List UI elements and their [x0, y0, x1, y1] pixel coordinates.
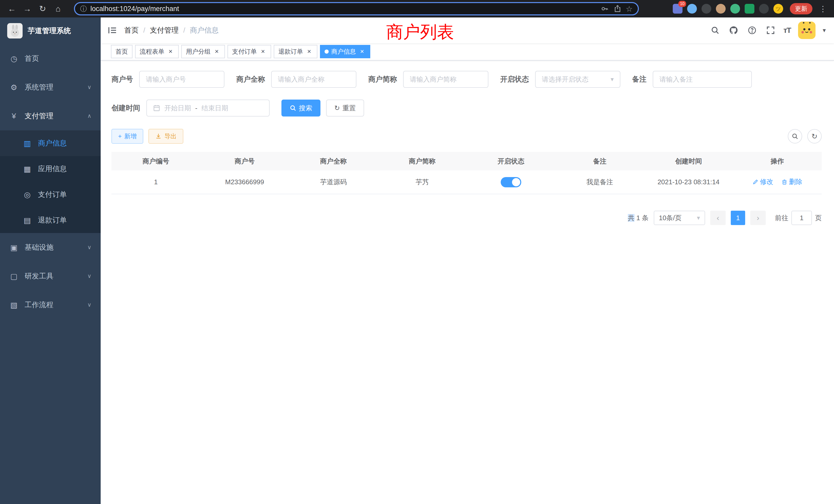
breadcrumb-current: 商户信息: [190, 25, 219, 35]
col-merchant-id: 商户编号: [111, 152, 200, 170]
reset-button[interactable]: ↻ 重置: [326, 99, 364, 116]
font-size-icon[interactable]: тT: [784, 26, 791, 35]
table-row: 1 M233666999 芋道源码 芋艿 我是备注 2021-10-23 08:…: [111, 170, 822, 194]
page-content: 商户号 商户全称 商户简称 开启状态 请选择开启状态: [101, 61, 834, 504]
sidebar-item-app-info[interactable]: ▦ 应用信息: [0, 156, 101, 182]
breadcrumb-home[interactable]: 首页: [124, 25, 139, 35]
merchant-name-label: 商户全称: [236, 74, 265, 84]
password-key-icon[interactable]: [600, 4, 609, 13]
add-button[interactable]: + 新增: [111, 129, 143, 144]
extension-icon[interactable]: [730, 4, 740, 14]
merchant-no-label: 商户号: [111, 74, 133, 84]
goto-page-input[interactable]: [791, 211, 812, 225]
page-size-select[interactable]: 10条/页 ▾: [654, 211, 705, 225]
remark-input[interactable]: [653, 71, 752, 88]
tab-merchant-info[interactable]: 商户信息 ×: [320, 45, 370, 58]
tab-home[interactable]: 首页: [111, 45, 132, 58]
sidebar-item-system[interactable]: ⚙ 系统管理 ∨: [0, 73, 101, 101]
merchant-no-input[interactable]: [139, 71, 224, 88]
browser-home-button[interactable]: ⌂: [51, 2, 65, 16]
table-toolbar: + 新增 导出 ↻: [111, 129, 822, 144]
search-button[interactable]: 搜索: [281, 99, 321, 116]
bookmark-star-icon[interactable]: ☆: [626, 4, 633, 13]
tab-user-group[interactable]: 用户分组 ×: [181, 45, 225, 58]
site-info-icon[interactable]: ⓘ: [80, 4, 87, 13]
tab-refund-order[interactable]: 退款订单 ×: [274, 45, 317, 58]
trash-icon: [781, 179, 788, 185]
url-text: localhost:1024/pay/merchant: [90, 5, 179, 13]
close-icon[interactable]: ×: [306, 48, 313, 55]
sidebar-item-pay-order[interactable]: ◎ 支付订单: [0, 182, 101, 207]
close-icon[interactable]: ×: [358, 48, 366, 55]
sidebar-item-infrastructure[interactable]: ▣ 基础设施 ∨: [0, 233, 101, 262]
toggle-search-button[interactable]: [788, 129, 802, 143]
create-time-range-picker[interactable]: 开始日期 - 结束日期: [146, 99, 270, 116]
browser-back-button[interactable]: ←: [5, 2, 19, 16]
refresh-table-button[interactable]: ↻: [807, 129, 822, 143]
browser-menu-icon[interactable]: ⋮: [817, 4, 829, 13]
search-icon[interactable]: [709, 25, 721, 36]
edit-button[interactable]: 修改: [752, 177, 773, 186]
merchant-name-input[interactable]: [271, 71, 356, 88]
address-bar[interactable]: ⓘ localhost:1024/pay/merchant ☆: [74, 2, 639, 16]
browser-forward-button[interactable]: →: [21, 2, 34, 16]
close-icon[interactable]: ×: [167, 48, 174, 55]
status-select[interactable]: 请选择开启状态 ▾: [535, 71, 620, 88]
sidebar: 芋道管理系统 ◷ 首页 ⚙ 系统管理 ∨ ¥ 支付管理 ∧ ▥ 商户信息: [0, 18, 101, 504]
app-logo[interactable]: 芋道管理系统: [0, 18, 101, 44]
merchant-short-input[interactable]: [403, 71, 488, 88]
sidebar-item-home[interactable]: ◷ 首页: [0, 44, 101, 73]
next-page-button[interactable]: ›: [750, 211, 766, 225]
col-merchant-name: 商户全称: [289, 152, 378, 170]
yen-icon: ¥: [9, 112, 19, 120]
top-navbar: 首页 / 支付管理 / 商户信息: [101, 18, 834, 43]
sidebar-item-devtools[interactable]: ▢ 研发工具 ∨: [0, 262, 101, 291]
rabbit-logo-icon: [7, 23, 23, 39]
extension-icon[interactable]: [702, 4, 711, 14]
github-icon[interactable]: [728, 25, 739, 36]
extension-icon[interactable]: 10: [673, 4, 682, 14]
hamburger-icon[interactable]: [101, 26, 124, 35]
user-menu-caret-icon[interactable]: ▾: [823, 27, 826, 34]
pencil-icon: [752, 179, 759, 185]
breadcrumb-payment[interactable]: 支付管理: [150, 25, 179, 35]
sidebar-item-refund-order[interactable]: ▤ 退款订单: [0, 207, 101, 233]
cell-merchant-name: 芋道源码: [289, 170, 378, 194]
export-button[interactable]: 导出: [148, 129, 183, 144]
navbar-actions: тT ▾: [709, 22, 834, 39]
extension-icon[interactable]: [759, 4, 769, 14]
extension-icon[interactable]: [745, 4, 754, 14]
prev-page-button[interactable]: ‹: [710, 211, 726, 225]
remark-label: 备注: [632, 74, 646, 84]
status-toggle[interactable]: [501, 177, 521, 187]
calendar-icon: [153, 105, 160, 112]
close-icon[interactable]: ×: [259, 48, 266, 55]
sidebar-item-merchant-info[interactable]: ▥ 商户信息: [0, 130, 101, 156]
extension-avatar-icon[interactable]: ツ: [773, 4, 783, 14]
help-icon[interactable]: [746, 25, 758, 36]
extension-icon[interactable]: [716, 4, 726, 14]
sidebar-item-payment[interactable]: ¥ 支付管理 ∧: [0, 101, 101, 130]
cell-create-time: 2021-10-23 08:31:14: [644, 170, 733, 194]
fullscreen-icon[interactable]: [765, 25, 776, 36]
browser-reload-button[interactable]: ↻: [36, 2, 49, 16]
screen: ← → ↻ ⌂ ⓘ localhost:1024/pay/merchant ☆ …: [0, 0, 834, 504]
chevron-down-icon: ∨: [87, 244, 91, 251]
sidebar-item-workflow[interactable]: ▧ 工作流程 ∨: [0, 291, 101, 319]
plus-icon: +: [118, 133, 122, 140]
tab-pay-order[interactable]: 支付订单 ×: [227, 45, 271, 58]
search-icon: [792, 133, 798, 140]
app-title: 芋道管理系统: [28, 26, 71, 36]
tab-process-form[interactable]: 流程表单 ×: [135, 45, 179, 58]
browser-update-button[interactable]: 更新: [790, 3, 812, 14]
chevron-down-icon: ▾: [697, 214, 700, 222]
page-number-1[interactable]: 1: [731, 211, 745, 225]
share-icon[interactable]: [613, 4, 622, 13]
tags-view: 首页 流程表单 × 用户分组 × 支付订单 × 退款订单 ×: [101, 43, 834, 61]
delete-button[interactable]: 删除: [781, 177, 803, 186]
user-avatar[interactable]: [798, 22, 815, 39]
close-icon[interactable]: ×: [213, 48, 220, 55]
total-text: 共 1 条: [628, 213, 649, 223]
extension-icon[interactable]: [687, 4, 697, 14]
active-dot: [325, 49, 329, 54]
